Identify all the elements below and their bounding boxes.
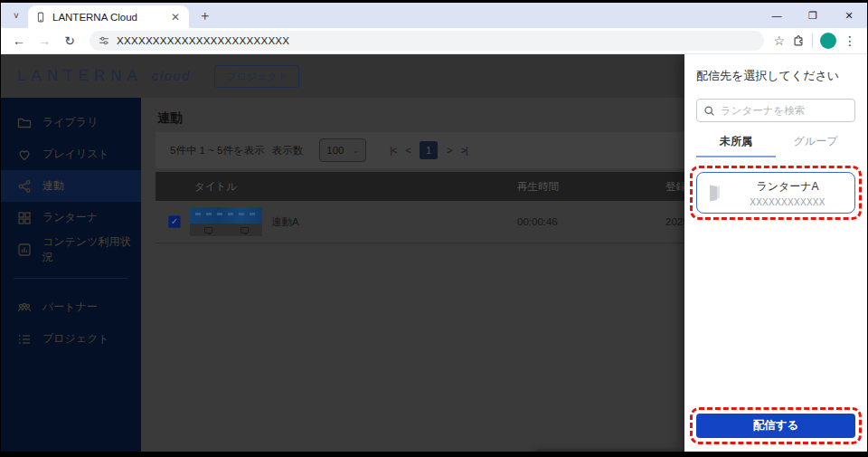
tab-search-chevron-icon[interactable]: ˅ <box>6 5 26 25</box>
reload-button[interactable]: ↻ <box>59 30 80 52</box>
column-title: タイトル <box>156 180 517 194</box>
list-icon <box>17 332 32 347</box>
screen-icon <box>241 227 249 233</box>
sidebar-item-lanterna[interactable]: ランターナ <box>1 202 141 233</box>
grid-icon <box>17 211 32 225</box>
browser-window: ˅ LANTERNA Cloud ✕ ＋ — ❐ ✕ ← → ↻ XXXXXXX… <box>0 0 868 457</box>
content-thumbnail <box>190 207 262 236</box>
sidebar-item-label: プレイリスト <box>42 147 109 162</box>
destination-text: ランターナA XXXXXXXXXXXX <box>730 179 845 207</box>
search-icon <box>703 105 715 117</box>
chart-icon <box>17 243 32 257</box>
browser-tab[interactable]: LANTERNA Cloud ✕ <box>28 5 189 28</box>
minimize-button[interactable]: — <box>759 3 795 28</box>
panel-tabs: 未所属 グループ <box>696 134 855 157</box>
forward-button[interactable]: → <box>33 30 55 52</box>
share-icon <box>17 179 32 194</box>
column-duration: 再生時間 <box>517 180 665 194</box>
project-header-button[interactable]: プロジェクト <box>214 65 299 88</box>
lanterna-device-icon <box>706 183 722 203</box>
sidebar-item-label: 連動 <box>42 178 64 194</box>
per-page-select[interactable]: 100 ⌄ <box>319 138 366 162</box>
browser-toolbar: ← → ↻ XXXXXXXXXXXXXXXXXXXXXXXX ☆ ⋮ <box>1 28 867 54</box>
last-page-icon[interactable]: >| <box>460 145 467 156</box>
highlight-annotation-submit: 配信する <box>690 407 862 444</box>
new-tab-button[interactable]: ＋ <box>198 7 212 24</box>
sidebar: ライブラリ プレイリスト 連動 ランターナ コンテンツ利用状況 パートナー <box>1 98 141 452</box>
heart-icon <box>17 148 32 162</box>
row-checkbox[interactable]: ✓ <box>168 215 181 228</box>
panel-title: 配信先を選択してください <box>696 68 855 84</box>
people-icon <box>17 300 32 315</box>
destination-panel: 配信先を選択してください 未所属 グループ ランターナA <box>684 54 867 452</box>
sidebar-item-label: ライブラリ <box>42 115 98 130</box>
sidebar-item-playlist[interactable]: プレイリスト <box>1 138 141 170</box>
pager: |< < 1 > >| <box>390 141 467 159</box>
tab-close-icon[interactable]: ✕ <box>169 11 182 24</box>
result-summary: 5件中 1 ~ 5件を表示 <box>170 144 265 157</box>
sidebar-item-label: パートナー <box>42 300 98 315</box>
sidebar-divider <box>14 278 128 279</box>
destination-name: ランターナA <box>730 179 845 195</box>
extensions-icon[interactable] <box>792 34 805 47</box>
tab-group[interactable]: グループ <box>776 134 855 157</box>
window-controls: — ❐ ✕ <box>759 3 867 28</box>
toolbar-separator <box>812 33 813 48</box>
lanterna-search[interactable] <box>696 99 855 122</box>
lanterna-logo[interactable]: LANTERNA cloud <box>17 67 191 85</box>
chevron-down-icon: ⌄ <box>353 146 360 155</box>
tab-unassigned[interactable]: 未所属 <box>696 134 776 157</box>
logo-brand-text: LANTERNA <box>17 67 143 85</box>
tab-title: LANTERNA Cloud <box>52 12 163 23</box>
next-page-icon[interactable]: > <box>447 145 451 156</box>
bookmark-star-icon[interactable]: ☆ <box>773 33 785 48</box>
restore-button[interactable]: ❐ <box>795 3 831 28</box>
prev-page-icon[interactable]: < <box>406 145 410 156</box>
back-button[interactable]: ← <box>8 30 30 52</box>
destination-id: XXXXXXXXXXXX <box>730 197 845 207</box>
address-bar[interactable]: XXXXXXXXXXXXXXXXXXXXXXXX <box>90 31 764 51</box>
toolbar-right: ☆ ⋮ <box>773 33 860 49</box>
per-page-label: 表示数 <box>272 144 304 157</box>
sidebar-item-label: ランターナ <box>42 210 98 225</box>
profile-avatar[interactable] <box>820 33 836 49</box>
browser-menu-icon[interactable]: ⋮ <box>844 33 856 48</box>
sidebar-item-label: コンテンツ利用状況 <box>42 234 141 265</box>
deliver-submit-button[interactable]: 配信する <box>696 414 855 438</box>
url-text: XXXXXXXXXXXXXXXXXXXXXXXX <box>117 35 289 46</box>
sidebar-item-label: プロジェクト <box>42 331 109 347</box>
destination-card-lanterna-a[interactable]: ランターナA XXXXXXXXXXXX <box>696 172 855 214</box>
per-page-value: 100 <box>326 145 344 156</box>
highlight-annotation-card: ランターナA XXXXXXXXXXXX <box>690 166 862 220</box>
favicon-device-icon <box>35 12 46 23</box>
sidebar-item-content-usage[interactable]: コンテンツ利用状況 <box>1 233 141 265</box>
sidebar-item-partner[interactable]: パートナー <box>1 291 141 323</box>
logo-suffix-text: cloud <box>152 69 191 83</box>
app-content: LANTERNA cloud プロジェクト ライブラリ プレイリスト 連動 ラン… <box>1 54 867 452</box>
thumbnail-screens <box>190 224 262 236</box>
tab-strip: ˅ LANTERNA Cloud ✕ ＋ — ❐ ✕ <box>1 3 867 28</box>
search-input[interactable] <box>721 105 848 116</box>
thumbnail-image <box>190 207 262 224</box>
close-window-button[interactable]: ✕ <box>831 3 867 28</box>
site-settings-icon[interactable] <box>99 35 109 46</box>
sidebar-item-rendo[interactable]: 連動 <box>1 170 141 202</box>
sidebar-item-library[interactable]: ライブラリ <box>1 107 141 138</box>
row-title: 連動A <box>271 215 299 229</box>
current-page-button[interactable]: 1 <box>420 141 438 159</box>
row-duration: 00:00:46 <box>517 216 665 227</box>
folder-icon <box>17 116 32 130</box>
first-page-icon[interactable]: |< <box>390 145 396 156</box>
sidebar-item-project[interactable]: プロジェクト <box>1 323 141 355</box>
screen-icon <box>204 227 212 233</box>
